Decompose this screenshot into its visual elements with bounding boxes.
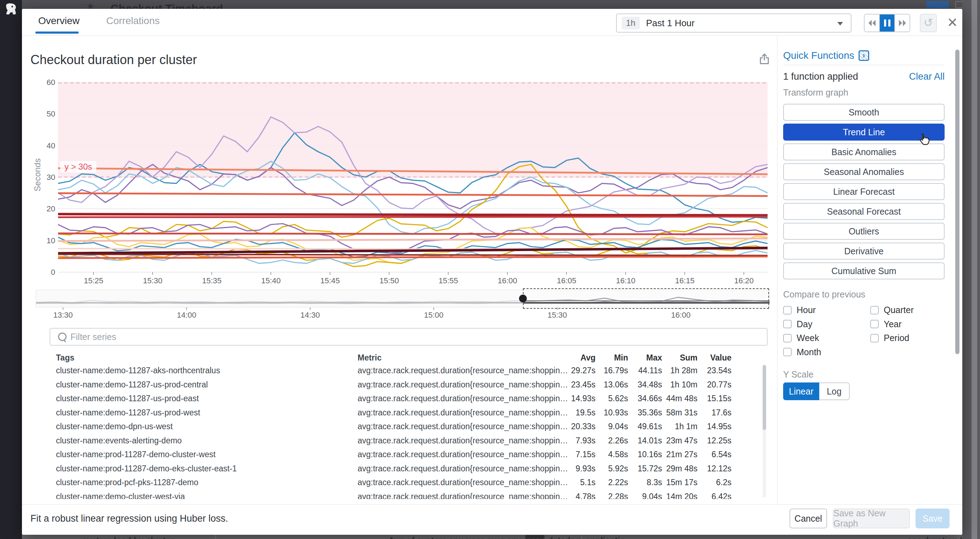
save-button[interactable]: Save xyxy=(916,509,950,528)
table-row[interactable]: cluster-name:events-alerting-demoavg:tra… xyxy=(36,434,768,448)
series-max: 8.3s xyxy=(628,478,662,487)
series-tag: cluster-name:demo-11287-us-prod-central xyxy=(56,380,358,389)
transform-button-smooth[interactable]: Smooth xyxy=(783,104,945,121)
star-icon: ★ xyxy=(86,1,94,9)
background-dashboard-header: ★ Checkout Timeboard xyxy=(22,0,980,9)
tab-overview[interactable]: Overview xyxy=(38,15,80,27)
col-sum[interactable]: Sum xyxy=(662,353,697,363)
table-row[interactable]: cluster-name:demo-11287-us-prod-eastavg:… xyxy=(36,392,768,406)
table-row[interactable]: cluster-name:demo-dpn-us-westavg:trace.r… xyxy=(36,419,768,434)
table-row[interactable]: cluster-name:prod-11287-demo-eks-cluster… xyxy=(36,462,768,476)
table-row[interactable]: cluster-name:demo-11287-aks-northcentral… xyxy=(36,364,768,378)
x-tick-mark xyxy=(329,272,330,275)
table-row[interactable]: cluster-name:prod-pcf-pks-11287-demoavg:… xyxy=(36,475,768,490)
transform-button-seasonal-anomalies[interactable]: Seasonal Anomalies xyxy=(783,163,945,180)
col-min[interactable]: Min xyxy=(595,353,628,363)
cancel-button[interactable]: Cancel xyxy=(789,509,827,528)
series-max: 35.36s xyxy=(628,408,662,418)
compare-checkbox-year[interactable]: Year xyxy=(870,317,914,332)
compare-checkbox-day[interactable]: Day xyxy=(783,317,821,332)
series-tag: cluster-name:events-alerting-demo xyxy=(56,436,358,445)
y-scale-log-button[interactable]: Log xyxy=(819,383,850,400)
quick-functions-link[interactable]: Quick Functions › xyxy=(783,50,869,61)
quick-functions-panel: Quick Functions › 1 function applied Cle… xyxy=(783,36,945,504)
export-icon[interactable] xyxy=(758,53,771,66)
series-min: 13.06s xyxy=(595,380,628,389)
series-max: 15.72s xyxy=(628,464,662,474)
functions-applied-text: 1 function applied xyxy=(783,71,858,82)
timeseries-chart[interactable] xyxy=(58,82,768,272)
compare-checkbox-hour[interactable]: Hour xyxy=(783,303,821,317)
modal-tabbar: Overview Correlations 1h Past 1 Hour xyxy=(22,9,962,36)
transform-button-linear-forecast[interactable]: Linear Forecast xyxy=(783,183,945,200)
filter-series-input[interactable]: Filter series xyxy=(49,328,768,346)
series-metric: avg:trace.rack.request.duration{resource… xyxy=(358,436,569,445)
series-min: 9.04s xyxy=(595,422,628,431)
series-min: 5.62s xyxy=(595,394,628,403)
table-row[interactable]: cluster-name:demo-11287-us-prod-centrala… xyxy=(36,378,768,392)
series-table: Tags Metric Avg Min Max Sum Value cluste… xyxy=(36,352,768,499)
transform-button-seasonal-forecast[interactable]: Seasonal Forecast xyxy=(783,203,945,220)
transform-button-outliers[interactable]: Outliers xyxy=(783,223,945,240)
col-tags[interactable]: Tags xyxy=(56,353,358,363)
x-tick: 16:00 xyxy=(498,276,517,285)
x-tick-mark xyxy=(566,272,567,275)
x-tick-mark xyxy=(743,272,744,275)
background-graph-title: Avg of system.cpu.user over env:prod, da… xyxy=(388,536,632,539)
compare-checkbox-month[interactable]: Month xyxy=(783,345,821,359)
panel-expand-icon: › xyxy=(859,50,869,61)
panel-scrollbar-thumb[interactable] xyxy=(955,49,959,354)
tab-correlations[interactable]: Correlations xyxy=(106,15,160,27)
series-metric: avg:trace.rack.request.duration{resource… xyxy=(358,464,569,474)
table-row[interactable]: cluster-name:demo-cluster-west-viaavg:tr… xyxy=(36,490,768,499)
fast-forward-button[interactable] xyxy=(894,14,910,32)
transform-button-trend-line[interactable]: Trend Line xyxy=(783,124,945,140)
background-dashboard-bottom: ...system load by cluster Avg of system.… xyxy=(22,535,980,539)
series-value: 6.42s xyxy=(697,492,732,499)
close-button[interactable]: × xyxy=(945,12,960,33)
compare-checkbox-quarter[interactable]: Quarter xyxy=(870,303,914,317)
transform-button-basic-anomalies[interactable]: Basic Anomalies xyxy=(783,144,945,160)
refresh-button[interactable]: ↺ xyxy=(920,14,937,32)
background-graph-title: ...system load by cluster xyxy=(75,536,174,539)
compare-checkbox-week[interactable]: Week xyxy=(783,331,821,345)
col-max[interactable]: Max xyxy=(628,353,662,363)
pause-button[interactable] xyxy=(879,14,894,32)
compare-options-left: HourDayWeekMonth xyxy=(783,303,821,359)
rewind-button[interactable] xyxy=(865,14,879,32)
minimap-selection-handle[interactable] xyxy=(519,295,527,303)
background-page-scrollbar xyxy=(972,0,977,539)
transform-button-cumulative-sum[interactable]: Cumulative Sum xyxy=(783,262,945,279)
compare-checkbox-period[interactable]: Period xyxy=(870,331,914,345)
series-value: 14.95s xyxy=(697,422,732,431)
table-row[interactable]: cluster-name:prod-11287-demo-cluster-wes… xyxy=(36,448,768,462)
series-min: 4.58s xyxy=(595,450,628,459)
search-icon xyxy=(58,333,67,341)
checkbox-icon xyxy=(783,320,792,328)
y-tick: 0 xyxy=(34,268,55,277)
clear-all-link[interactable]: Clear All xyxy=(909,71,945,82)
series-avg: 19.5s xyxy=(569,408,595,418)
minimap-tick xyxy=(681,308,681,310)
screen: ★ Checkout Timeboard ...system load by c… xyxy=(0,0,980,539)
x-tick-mark xyxy=(152,272,153,275)
y-scale-label: Y Scale xyxy=(783,369,814,380)
time-range-badge: 1h xyxy=(622,17,640,29)
col-value[interactable]: Value xyxy=(697,353,732,363)
x-tick: 15:45 xyxy=(320,276,340,285)
table-scrollbar-thumb[interactable] xyxy=(763,365,766,430)
series-metric: avg:trace.rack.request.duration{resource… xyxy=(358,366,569,375)
y-scale-linear-button[interactable]: Linear xyxy=(783,383,819,400)
divider xyxy=(783,65,945,65)
graph-editor-modal: Overview Correlations 1h Past 1 Hour xyxy=(22,9,962,535)
transform-button-derivative[interactable]: Derivative xyxy=(783,242,945,260)
checkbox-label: Hour xyxy=(797,305,816,315)
save-as-new-graph-button[interactable]: Save as New Graph xyxy=(833,509,910,528)
col-metric[interactable]: Metric xyxy=(358,353,569,363)
col-avg[interactable]: Avg xyxy=(569,353,595,363)
minimap-selection[interactable] xyxy=(523,288,769,309)
series-avg: 23.45s xyxy=(569,380,595,389)
x-tick: 16:15 xyxy=(675,276,695,285)
time-range-selector[interactable]: 1h Past 1 Hour xyxy=(616,13,851,33)
table-row[interactable]: cluster-name:demo-11287-us-prod-westavg:… xyxy=(36,406,768,420)
